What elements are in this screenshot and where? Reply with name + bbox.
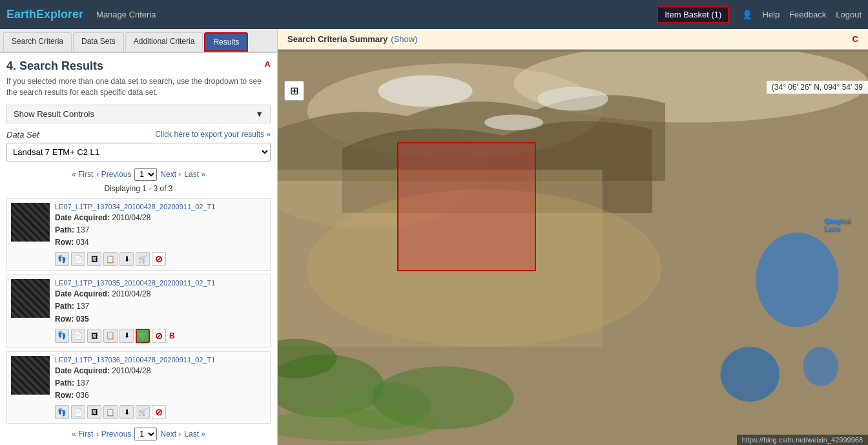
panel-content: 4. Search Results A If you selected more… bbox=[0, 53, 277, 445]
logout-link[interactable]: Logout bbox=[836, 10, 862, 19]
map-container[interactable]: ⊞ (34° 06' 26" N, 094° 54' 39 QinghaiLak… bbox=[278, 52, 868, 445]
result-actions: 👣 📄 🖼 📋 ⬇ 🛒 ⊘ bbox=[55, 252, 266, 266]
tab-search-criteria[interactable]: Search Criteria bbox=[3, 32, 72, 52]
label-b: B bbox=[169, 331, 175, 340]
selection-box bbox=[397, 142, 536, 271]
dataset-label: Data Set bbox=[6, 130, 39, 140]
export-link[interactable]: Click here to export your results » bbox=[155, 130, 271, 139]
result-thumbnail bbox=[11, 279, 50, 318]
exclude-btn[interactable]: ⊘ bbox=[152, 252, 166, 266]
help-link[interactable]: Help bbox=[762, 10, 780, 19]
logo: EarthExplorer bbox=[6, 8, 83, 21]
result-thumbnail bbox=[11, 356, 50, 395]
results-subtitle: If you selected more than one data set t… bbox=[6, 76, 271, 98]
tabs: Search Criteria Data Sets Additional Cri… bbox=[0, 29, 277, 53]
header-nav: 👤 Help Feedback Logout bbox=[742, 10, 862, 19]
metadata-btn[interactable]: 📋 bbox=[103, 405, 118, 419]
footprint-btn[interactable]: 👣 bbox=[55, 252, 69, 266]
page-select[interactable]: 1 bbox=[134, 168, 157, 181]
first-page-link[interactable]: « First bbox=[72, 170, 93, 179]
metadata-btn[interactable]: 📋 bbox=[103, 252, 118, 266]
header: EarthExplorer Manage Criteria Item Baske… bbox=[0, 0, 868, 29]
coordinates-display: (34° 06' 26" N, 094° 54' 39 bbox=[767, 81, 868, 94]
item-basket-button[interactable]: Item Basket (1) bbox=[657, 6, 729, 23]
result-info: LE07_L1TP_137035_20100428_20200911_02_T1… bbox=[55, 279, 266, 343]
next-page-link-bottom[interactable]: Next › bbox=[160, 429, 181, 439]
result-id-link[interactable]: LE07_L1TP_137036_20100428_20200911_02_T1 bbox=[55, 356, 266, 364]
dataset-select[interactable]: Landsat 7 ETM+ C2 L1 bbox=[6, 143, 271, 161]
browse-btn[interactable]: 🖼 bbox=[87, 329, 101, 343]
criteria-bar-show[interactable]: (Show) bbox=[391, 34, 417, 44]
first-page-link-bottom[interactable]: « First bbox=[72, 429, 93, 439]
manage-criteria-link[interactable]: Manage Criteria bbox=[96, 10, 156, 19]
map-terrain-svg bbox=[278, 52, 868, 445]
label-c: C bbox=[852, 34, 858, 44]
svg-point-15 bbox=[537, 87, 608, 111]
download-btn[interactable]: ⬇ bbox=[119, 329, 134, 343]
next-page-link[interactable]: Next › bbox=[160, 170, 181, 179]
result-meta: Date Acquired: 2010/04/28 Path: 137 Row:… bbox=[55, 212, 266, 249]
result-item: LE07_L1TP_137036_20100428_20200911_02_T1… bbox=[6, 351, 271, 424]
left-panel: Search Criteria Data Sets Additional Cri… bbox=[0, 29, 278, 445]
feedback-link[interactable]: Feedback bbox=[789, 10, 826, 19]
result-actions: 👣 📄 🖼 📋 ⬇ 🛒 ⊘ bbox=[55, 405, 266, 419]
result-item: LE07_L1TP_137035_20100428_20200911_02_T1… bbox=[6, 274, 271, 347]
browse-btn[interactable]: 🖼 bbox=[87, 252, 101, 266]
svg-point-13 bbox=[803, 347, 838, 386]
svg-point-16 bbox=[484, 114, 543, 130]
last-page-link-bottom[interactable]: Last » bbox=[184, 429, 205, 439]
order-btn[interactable]: 🛒 bbox=[136, 405, 150, 419]
dataset-row: Data Set Click here to export your resul… bbox=[6, 130, 271, 140]
overlay-btn[interactable]: 📄 bbox=[71, 405, 85, 419]
criteria-bar-title: Search Criteria Summary bbox=[287, 34, 388, 44]
results-title-row: 4. Search Results A bbox=[6, 59, 271, 73]
lake-label: QinghaiLake bbox=[824, 217, 851, 233]
footprint-btn[interactable]: 👣 bbox=[55, 405, 69, 419]
url-bar: https://blog.csdn.net/weixin_42999968 bbox=[737, 435, 868, 445]
pagination-top: « First ‹ Previous 1 Next › Last » bbox=[6, 168, 271, 181]
map-background: ⊞ (34° 06' 26" N, 094° 54' 39 QinghaiLak… bbox=[278, 52, 868, 445]
result-meta: Date Acquired: 2010/04/28 Path: 137 Row:… bbox=[55, 365, 266, 402]
displaying-text: Displaying 1 - 3 of 3 bbox=[6, 184, 271, 193]
tab-results[interactable]: Results bbox=[204, 32, 248, 52]
download-btn[interactable]: ⬇ bbox=[119, 252, 134, 266]
main-layout: Search Criteria Data Sets Additional Cri… bbox=[0, 29, 868, 445]
pagination-bottom: « First ‹ Previous 1 Next › Last » bbox=[6, 428, 271, 440]
footprint-btn[interactable]: 👣 bbox=[55, 329, 69, 343]
result-info: LE07_L1TP_137034_20100428_20200911_02_T1… bbox=[55, 203, 266, 267]
last-page-link[interactable]: Last » bbox=[184, 170, 205, 179]
results-title: 4. Search Results bbox=[6, 59, 103, 73]
chevron-down-icon: ▼ bbox=[255, 109, 264, 119]
show-result-controls-label: Show Result Controls bbox=[14, 109, 94, 119]
result-id-link[interactable]: LE07_L1TP_137035_20100428_20200911_02_T1 bbox=[55, 279, 266, 287]
result-item: LE07_L1TP_137034_20100428_20200911_02_T1… bbox=[6, 198, 271, 271]
download-btn[interactable]: ⬇ bbox=[119, 405, 134, 419]
show-result-controls[interactable]: Show Result Controls ▼ bbox=[6, 105, 271, 123]
prev-page-link-bottom[interactable]: ‹ Previous bbox=[96, 429, 131, 439]
prev-page-link[interactable]: ‹ Previous bbox=[96, 170, 131, 179]
browse-btn[interactable]: 🖼 bbox=[87, 405, 101, 419]
overlay-btn[interactable]: 📄 bbox=[71, 329, 85, 343]
order-btn[interactable]: 🛒 bbox=[136, 252, 150, 266]
result-info: LE07_L1TP_137036_20100428_20200911_02_T1… bbox=[55, 356, 266, 420]
page-select-bottom[interactable]: 1 bbox=[134, 428, 157, 440]
label-a: A bbox=[265, 59, 271, 69]
result-id-link[interactable]: LE07_L1TP_137034_20100428_20200911_02_T1 bbox=[55, 203, 266, 211]
overlay-btn[interactable]: 📄 bbox=[71, 252, 85, 266]
metadata-btn[interactable]: 📋 bbox=[103, 329, 118, 343]
exclude-btn[interactable]: ⊘ bbox=[152, 405, 166, 419]
layer-toggle-button[interactable]: ⊞ bbox=[284, 81, 304, 101]
svg-point-12 bbox=[721, 347, 780, 402]
result-actions: 👣 📄 🖼 📋 ⬇ 🛒 ⊘ B bbox=[55, 329, 266, 343]
order-btn-active[interactable]: 🛒 bbox=[136, 329, 150, 343]
tab-additional-criteria[interactable]: Additional Criteria bbox=[125, 32, 203, 52]
svg-point-14 bbox=[378, 76, 472, 107]
criteria-bar: Search Criteria Summary (Show) C bbox=[278, 29, 868, 50]
account-icon[interactable]: 👤 bbox=[742, 10, 752, 19]
tab-data-sets[interactable]: Data Sets bbox=[73, 32, 124, 52]
exclude-btn[interactable]: ⊘ bbox=[152, 329, 166, 343]
result-meta: Date Acquired: 2010/04/28 Path: 137 Row:… bbox=[55, 288, 266, 326]
svg-point-11 bbox=[756, 233, 838, 327]
right-panel: Search Criteria Summary (Show) C bbox=[278, 29, 868, 445]
result-thumbnail bbox=[11, 203, 50, 242]
